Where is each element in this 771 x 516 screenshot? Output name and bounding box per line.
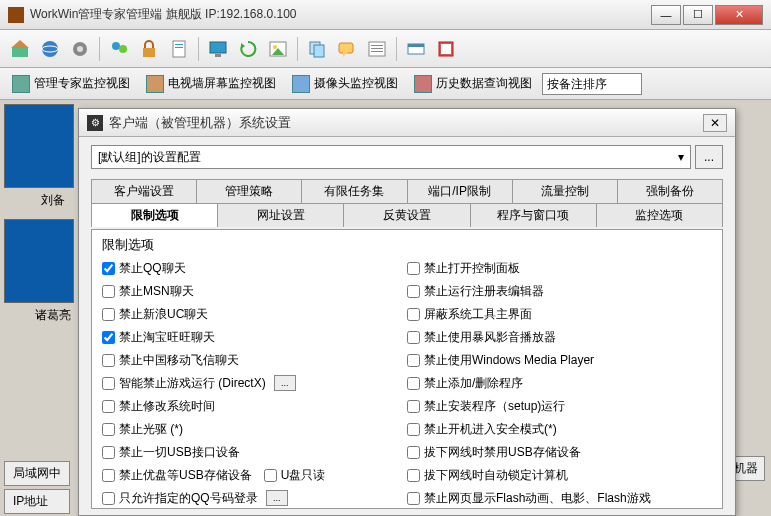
option-checkbox[interactable] bbox=[407, 331, 420, 344]
dialog-close-button[interactable]: ✕ bbox=[703, 114, 727, 132]
toolbar-home-icon[interactable] bbox=[6, 35, 34, 63]
maximize-button[interactable]: ☐ bbox=[683, 5, 713, 25]
option-row: 只允许指定的QQ号码登录... bbox=[102, 488, 407, 508]
settings-tab[interactable]: 反黄设置 bbox=[344, 203, 470, 227]
option-label: 拔下网线时禁用USB存储设备 bbox=[424, 444, 581, 461]
option-extra-checkbox[interactable] bbox=[264, 469, 277, 482]
option-checkbox[interactable] bbox=[407, 262, 420, 275]
toolbar-doc-icon[interactable] bbox=[165, 35, 193, 63]
option-more-button[interactable]: ... bbox=[274, 375, 296, 391]
option-row: 禁止修改系统时间 bbox=[102, 396, 407, 416]
settings-tab[interactable]: 端口/IP限制 bbox=[408, 179, 513, 203]
toolbar-users-icon[interactable] bbox=[105, 35, 133, 63]
settings-tab[interactable]: 客户端设置 bbox=[91, 179, 197, 203]
toolbar-book-icon[interactable] bbox=[432, 35, 460, 63]
svg-rect-19 bbox=[314, 45, 324, 57]
svg-rect-8 bbox=[143, 48, 155, 57]
settings-tab[interactable]: 网址设置 bbox=[218, 203, 344, 227]
toolbar-globe-icon[interactable] bbox=[36, 35, 64, 63]
option-label: 禁止一切USB接口设备 bbox=[119, 444, 240, 461]
svg-point-2 bbox=[42, 41, 58, 57]
close-button[interactable]: ✕ bbox=[715, 5, 763, 25]
option-row: 禁止添加/删除程序 bbox=[407, 373, 712, 393]
toolbar-list-icon[interactable] bbox=[363, 35, 391, 63]
option-checkbox[interactable] bbox=[407, 285, 420, 298]
option-checkbox[interactable] bbox=[407, 446, 420, 459]
toolbar-monitor-icon[interactable] bbox=[204, 35, 232, 63]
settings-tab[interactable]: 管理策略 bbox=[197, 179, 302, 203]
toolbar-image-icon[interactable] bbox=[264, 35, 292, 63]
option-checkbox[interactable] bbox=[407, 423, 420, 436]
toolbar-refresh-icon[interactable] bbox=[234, 35, 262, 63]
toolbar-copy-icon[interactable] bbox=[303, 35, 331, 63]
settings-tab[interactable]: 有限任务集 bbox=[302, 179, 407, 203]
view-tvwall[interactable]: 电视墙屏幕监控视图 bbox=[140, 73, 282, 95]
toolbar-chat-icon[interactable] bbox=[333, 35, 361, 63]
option-row: 禁止MSN聊天 bbox=[102, 281, 407, 301]
option-checkbox[interactable] bbox=[102, 423, 115, 436]
option-checkbox[interactable] bbox=[407, 469, 420, 482]
svg-rect-12 bbox=[210, 42, 226, 53]
option-checkbox[interactable] bbox=[407, 354, 420, 367]
svg-point-7 bbox=[119, 45, 127, 53]
option-label: 屏蔽系统工具主界面 bbox=[424, 306, 532, 323]
option-checkbox[interactable] bbox=[102, 400, 115, 413]
option-checkbox[interactable] bbox=[102, 285, 115, 298]
option-row: 禁止新浪UC聊天 bbox=[102, 304, 407, 324]
sort-dropdown[interactable]: 按备注排序 bbox=[542, 73, 642, 95]
toolbar-lock-icon[interactable] bbox=[135, 35, 163, 63]
settings-tab[interactable]: 强制备份 bbox=[618, 179, 723, 203]
config-group-dropdown[interactable]: [默认组]的设置配置 ▾ bbox=[91, 145, 691, 169]
settings-tab[interactable]: 限制选项 bbox=[91, 203, 218, 227]
svg-rect-29 bbox=[441, 44, 451, 54]
option-checkbox[interactable] bbox=[407, 400, 420, 413]
option-checkbox[interactable] bbox=[102, 469, 115, 482]
client-thumb[interactable] bbox=[4, 219, 74, 303]
option-label: 禁止修改系统时间 bbox=[119, 398, 215, 415]
option-checkbox[interactable] bbox=[102, 446, 115, 459]
option-more-button[interactable]: ... bbox=[266, 490, 288, 506]
view-bar: 管理专家监控视图 电视墙屏幕监控视图 摄像头监控视图 历史数据查询视图 按备注排… bbox=[0, 68, 771, 100]
option-label: 禁止使用暴风影音播放器 bbox=[424, 329, 556, 346]
status-tab-ip[interactable]: IP地址 bbox=[4, 489, 70, 514]
svg-rect-23 bbox=[371, 45, 383, 46]
toolbar-separator bbox=[198, 37, 199, 61]
toolbar-separator bbox=[297, 37, 298, 61]
view-camera[interactable]: 摄像头监控视图 bbox=[286, 73, 404, 95]
option-checkbox[interactable] bbox=[102, 377, 115, 390]
settings-tab[interactable]: 程序与窗口项 bbox=[471, 203, 597, 227]
config-more-button[interactable]: ... bbox=[695, 145, 723, 169]
main-toolbar bbox=[0, 30, 771, 68]
toolbar-gear-icon[interactable] bbox=[66, 35, 94, 63]
option-row: 禁止安装程序（setup)运行 bbox=[407, 396, 712, 416]
settings-tab[interactable]: 监控选项 bbox=[597, 203, 723, 227]
toolbar-card-icon[interactable] bbox=[402, 35, 430, 63]
option-checkbox[interactable] bbox=[407, 377, 420, 390]
option-label: 禁止运行注册表编辑器 bbox=[424, 283, 544, 300]
option-row: 禁止使用Windows Media Player bbox=[407, 350, 712, 370]
option-label: 禁止光驱 (*) bbox=[119, 421, 183, 438]
status-tab-lan[interactable]: 局域网中 bbox=[4, 461, 70, 486]
view-history[interactable]: 历史数据查询视图 bbox=[408, 73, 538, 95]
svg-point-6 bbox=[112, 42, 120, 50]
option-row: 禁止使用暴风影音播放器 bbox=[407, 327, 712, 347]
dialog-icon: ⚙ bbox=[87, 115, 103, 131]
option-checkbox[interactable] bbox=[102, 354, 115, 367]
option-checkbox[interactable] bbox=[102, 308, 115, 321]
minimize-button[interactable]: — bbox=[651, 5, 681, 25]
settings-tab[interactable]: 流量控制 bbox=[513, 179, 618, 203]
options-grid: 禁止QQ聊天禁止MSN聊天禁止新浪UC聊天禁止淘宝旺旺聊天禁止中国移动飞信聊天智… bbox=[102, 258, 712, 509]
option-checkbox[interactable] bbox=[407, 492, 420, 505]
option-row: 禁止淘宝旺旺聊天 bbox=[102, 327, 407, 347]
option-label: 禁止QQ聊天 bbox=[119, 260, 186, 277]
client-thumb[interactable] bbox=[4, 104, 74, 188]
svg-rect-9 bbox=[173, 41, 185, 57]
option-checkbox[interactable] bbox=[102, 262, 115, 275]
option-checkbox[interactable] bbox=[102, 492, 115, 505]
option-checkbox[interactable] bbox=[407, 308, 420, 321]
svg-rect-24 bbox=[371, 48, 383, 49]
toolbar-separator bbox=[99, 37, 100, 61]
option-checkbox[interactable] bbox=[102, 331, 115, 344]
settings-tabs: 客户端设置管理策略有限任务集端口/IP限制流量控制强制备份 限制选项网址设置反黄… bbox=[91, 179, 723, 227]
view-expert-monitor[interactable]: 管理专家监控视图 bbox=[6, 73, 136, 95]
